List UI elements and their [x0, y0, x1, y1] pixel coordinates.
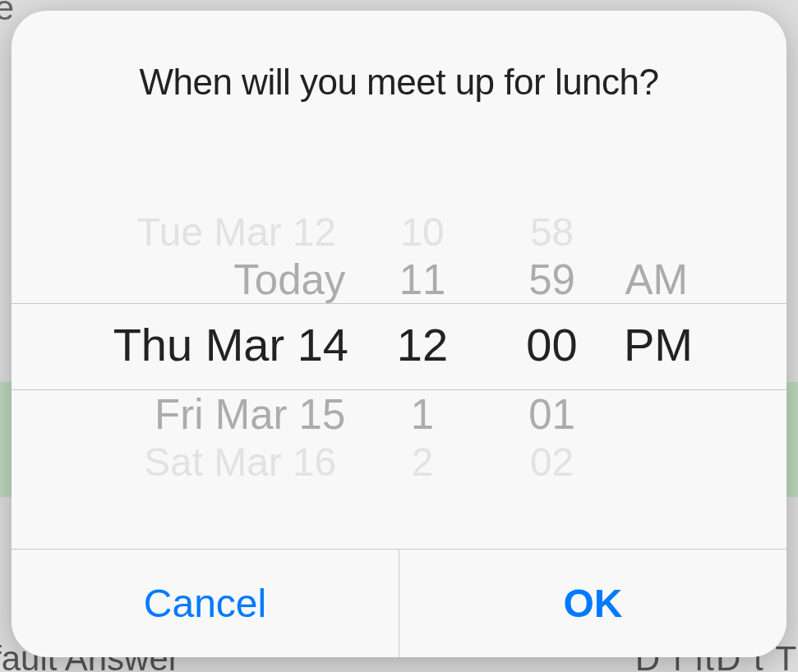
- datetime-picker-modal: When will you meet up for lunch? Tue Mar…: [12, 11, 786, 657]
- date-option-selected[interactable]: Thu Mar 14: [28, 312, 365, 378]
- period-option-selected[interactable]: PM: [624, 312, 754, 378]
- picker-columns: Tue Mar 12 Today Thu Mar 14 Fri Mar 15 S…: [12, 144, 786, 549]
- minute-option[interactable]: 59: [482, 246, 623, 311]
- hour-option[interactable]: 2: [370, 431, 476, 492]
- modal-title: When will you meet up for lunch?: [12, 11, 786, 144]
- picker-area: Tue Mar 12 Today Thu Mar 14 Fri Mar 15 S…: [12, 144, 786, 549]
- date-option[interactable]: Sat Mar 16: [41, 431, 351, 492]
- cancel-button[interactable]: Cancel: [12, 550, 399, 657]
- date-option[interactable]: Today: [31, 246, 362, 311]
- hour-wheel[interactable]: 10 11 12 1 2: [365, 144, 480, 549]
- bg-text-fragment: te: [0, 0, 14, 28]
- date-wheel[interactable]: Tue Mar 12 Today Thu Mar 14 Fri Mar 15 S…: [28, 144, 365, 549]
- button-bar: Cancel OK: [12, 549, 786, 657]
- hour-option-selected[interactable]: 12: [365, 312, 480, 378]
- period-option[interactable]: AM: [625, 246, 753, 311]
- minute-option[interactable]: 02: [486, 431, 618, 492]
- hour-option[interactable]: 11: [366, 246, 478, 311]
- period-wheel[interactable]: AM PM: [624, 144, 754, 549]
- ok-button[interactable]: OK: [399, 550, 786, 657]
- minute-option-selected[interactable]: 00: [480, 312, 624, 378]
- minute-wheel[interactable]: 58 59 00 01 02: [480, 144, 624, 549]
